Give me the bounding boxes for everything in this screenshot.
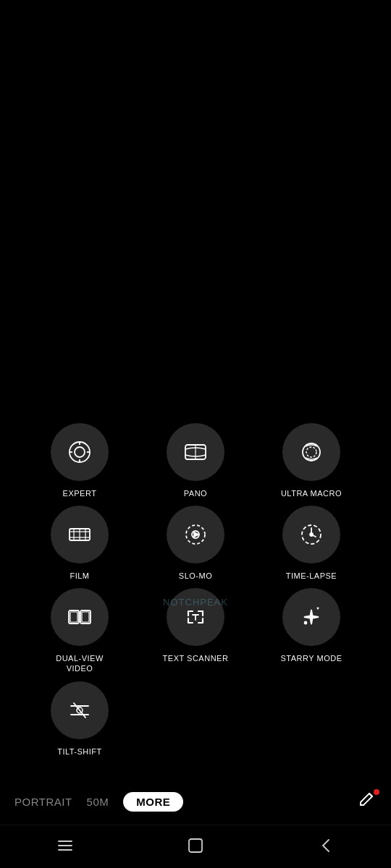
svg-marker-18 xyxy=(194,532,198,537)
slo-mo-icon xyxy=(182,522,209,548)
mode-item-time-lapse[interactable]: TIME-LAPSE xyxy=(253,506,369,581)
mode-icon-circle-time-lapse xyxy=(282,506,340,563)
mode-label-film: FILM xyxy=(70,571,89,581)
mode-item-expert[interactable]: EXPERT xyxy=(22,423,138,498)
nav-menu-button[interactable] xyxy=(55,835,75,859)
film-icon xyxy=(67,522,93,548)
svg-rect-38 xyxy=(189,839,202,852)
mode-item-film[interactable]: FILM xyxy=(22,506,138,581)
nav-bar xyxy=(0,825,391,868)
expert-icon xyxy=(67,439,93,465)
bottom-modes: PORTRAIT 50M MORE xyxy=(14,792,358,812)
nav-back-button[interactable] xyxy=(316,835,336,859)
mode-label-tilt-shift: TILT-SHIFT xyxy=(57,746,102,757)
mode-label-time-lapse: TIME-LAPSE xyxy=(286,571,337,581)
back-icon xyxy=(316,835,336,856)
svg-rect-25 xyxy=(70,612,77,622)
text-scanner-icon xyxy=(182,604,209,630)
mode-icon-circle-dual-view xyxy=(51,588,109,646)
resolution-label[interactable]: 50M xyxy=(87,796,109,808)
svg-point-9 xyxy=(306,447,316,457)
svg-point-0 xyxy=(70,442,90,462)
dual-view-icon xyxy=(67,604,93,630)
nav-home-button[interactable] xyxy=(185,835,206,859)
mode-item-dual-view-video[interactable]: DUAL-VIEW VIDEO xyxy=(22,588,138,674)
svg-rect-26 xyxy=(82,612,89,622)
more-mode-label[interactable]: MORE xyxy=(123,792,183,812)
edit-icon-button[interactable] xyxy=(358,791,377,812)
notification-dot xyxy=(374,789,379,795)
mode-item-pano[interactable]: PANO xyxy=(138,423,253,498)
ultra-macro-icon xyxy=(298,439,324,465)
modes-grid: EXPERT PANO xyxy=(0,409,391,778)
mode-label-text-scanner: TEXT SCANNER xyxy=(163,653,229,663)
mode-item-slo-mo[interactable]: SLO-MO xyxy=(138,506,253,581)
mode-icon-circle-ultra-macro xyxy=(282,423,340,481)
mode-label-slo-mo: SLO-MO xyxy=(179,571,212,581)
mode-label-starry-mode: STARRY MODE xyxy=(281,653,342,663)
pano-icon xyxy=(182,439,209,465)
portrait-mode-label[interactable]: PORTRAIT xyxy=(14,796,72,808)
svg-point-29 xyxy=(305,622,307,624)
mode-item-starry-mode[interactable]: STARRY MODE xyxy=(253,588,369,674)
mode-label-ultra-macro: ULTRA MACRO xyxy=(281,488,342,498)
svg-line-32 xyxy=(74,703,85,718)
svg-point-1 xyxy=(75,447,85,457)
mode-icon-circle-film xyxy=(51,506,109,563)
mode-item-tilt-shift[interactable]: TILT-SHIFT xyxy=(22,681,138,757)
main-content: EXPERT PANO xyxy=(0,0,391,868)
starry-icon xyxy=(298,604,324,630)
home-icon xyxy=(185,835,206,856)
mode-icon-circle-tilt-shift xyxy=(51,681,109,739)
menu-icon xyxy=(55,835,75,856)
mode-label-dual-view-video: DUAL-VIEW VIDEO xyxy=(56,653,104,674)
watermark: NOTCHPEAK xyxy=(163,597,228,608)
mode-label-expert: EXPERT xyxy=(63,488,97,498)
time-lapse-icon xyxy=(298,522,324,548)
mode-icon-circle-pano xyxy=(167,423,224,481)
tilt-shift-icon xyxy=(67,697,93,723)
mode-icon-circle-starry xyxy=(282,588,340,646)
mode-item-ultra-macro[interactable]: ULTRA MACRO xyxy=(253,423,369,498)
mode-icon-circle-expert xyxy=(51,423,109,481)
mode-icon-circle-slo-mo xyxy=(167,506,224,563)
mode-label-pano: PANO xyxy=(184,488,207,498)
bottom-bar: PORTRAIT 50M MORE xyxy=(0,778,391,825)
svg-point-8 xyxy=(303,443,320,461)
